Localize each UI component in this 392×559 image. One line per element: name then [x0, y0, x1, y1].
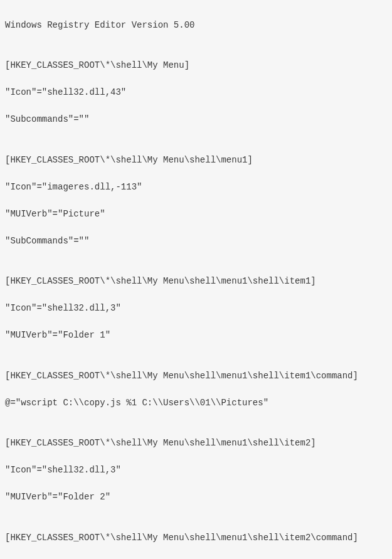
code-line: "MUIVerb"="Folder 2": [5, 491, 387, 504]
code-line: "Icon"="shell32.dll,43": [5, 86, 387, 100]
code-line: "Icon"="shell32.dll,3": [5, 302, 387, 316]
code-line: "Subcommands"="": [5, 113, 387, 127]
code-line: [HKEY_CLASSES_ROOT\*\shell\My Menu]: [5, 59, 387, 73]
code-line: "Icon"="imageres.dll,-113": [5, 181, 387, 194]
code-line: @="wscript C:\\copy.js %1 C:\\Users\\01\…: [5, 397, 387, 410]
registry-code-block: Windows Registry Editor Version 5.00 [HK…: [5, 5, 387, 559]
code-line: [HKEY_CLASSES_ROOT\*\shell\My Menu\shell…: [5, 154, 387, 168]
code-line: [HKEY_CLASSES_ROOT\*\shell\My Menu\shell…: [5, 275, 387, 289]
code-line: [HKEY_CLASSES_ROOT\*\shell\My Menu\shell…: [5, 370, 387, 383]
code-line: "SubCommands"="": [5, 235, 387, 248]
code-line: "MUIVerb"="Folder 1": [5, 329, 387, 343]
code-line: [HKEY_CLASSES_ROOT\*\shell\My Menu\shell…: [5, 531, 387, 545]
code-line: [HKEY_CLASSES_ROOT\*\shell\My Menu\shell…: [5, 437, 387, 450]
code-line: "Icon"="shell32.dll,3": [5, 464, 387, 477]
code-line: Windows Registry Editor Version 5.00: [5, 19, 387, 33]
code-line: "MUIVerb"="Picture": [5, 208, 387, 221]
